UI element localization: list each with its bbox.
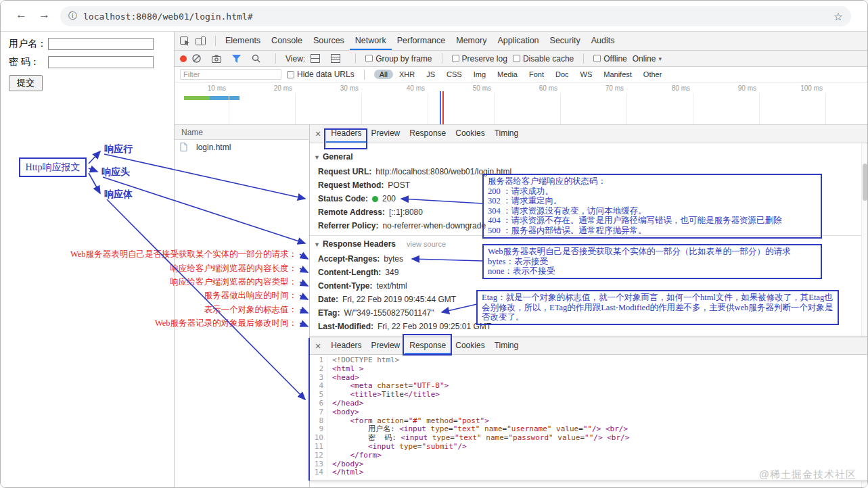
- forward-icon[interactable]: →: [39, 8, 50, 22]
- devtools-tab-network[interactable]: Network: [350, 32, 392, 50]
- checkbox-icon[interactable]: [287, 71, 294, 78]
- address-bar[interactable]: ⓘ localhost:8080/web01/login.html# ☆: [60, 6, 851, 26]
- network-detail-tab-response[interactable]: Response: [405, 125, 451, 143]
- chevron-down-icon: ▾: [658, 55, 662, 62]
- filter-type-font[interactable]: Font: [524, 70, 549, 79]
- filter-type-js[interactable]: JS: [421, 70, 440, 79]
- bookmark-star-icon[interactable]: ☆: [833, 10, 843, 23]
- record-network-log-button[interactable]: [180, 55, 187, 62]
- preserve-log-checkbox[interactable]: Preserve log: [452, 54, 507, 64]
- hide-data-urls-checkbox[interactable]: Hide data URLs: [287, 70, 355, 79]
- filter-type-ws[interactable]: WS: [575, 70, 598, 79]
- devtools-tab-sources[interactable]: Sources: [308, 32, 350, 50]
- url-text[interactable]: localhost:8080/web01/login.html#: [83, 11, 252, 22]
- devtools-tab-audits[interactable]: Audits: [586, 32, 620, 50]
- network-filter-bar: Hide data URLs AllXHRJSCSSImgMediaFontDo…: [175, 67, 867, 82]
- view-small-rows-icon[interactable]: [331, 54, 340, 63]
- request-row[interactable]: login.html: [175, 140, 309, 154]
- timeline-tick-label: 20 ms: [252, 84, 292, 92]
- devtools-tabbar: ElementsConsoleSourcesNetworkPerformance…: [175, 32, 867, 51]
- scrollbar-thumb[interactable]: [863, 164, 867, 201]
- filter-type-media[interactable]: Media: [492, 70, 523, 79]
- code-line: 2<html >: [310, 365, 867, 374]
- network-detail-tab-timing[interactable]: Timing: [490, 125, 524, 143]
- response-panel-tab-cookies[interactable]: Cookies: [451, 337, 489, 354]
- network-toolbar: View: Group by frame Preserve log Disabl…: [175, 51, 867, 67]
- name-column-header[interactable]: Name: [181, 128, 203, 137]
- request-name[interactable]: login.html: [196, 143, 231, 152]
- request-list-header[interactable]: Name: [175, 125, 309, 140]
- filter-type-css[interactable]: CSS: [441, 70, 467, 79]
- back-icon[interactable]: ←: [16, 8, 27, 22]
- response-panel-tab-headers[interactable]: Headers: [326, 337, 366, 354]
- timeline-gridline: [229, 93, 229, 124]
- general-section-header[interactable]: ▼General: [314, 149, 861, 165]
- close-icon[interactable]: ×: [310, 128, 326, 139]
- response-source-code: 1<!DOCTYPE html>2<html >3<head>4 <meta c…: [310, 355, 867, 481]
- filter-type-all[interactable]: All: [374, 70, 393, 79]
- line-number: 1: [310, 356, 327, 365]
- devtools-tab-performance[interactable]: Performance: [392, 32, 451, 50]
- close-icon[interactable]: ×: [310, 341, 326, 351]
- submit-button[interactable]: 提交: [9, 75, 43, 91]
- header-key: Last-Modified:: [318, 322, 373, 331]
- network-detail-tab-headers[interactable]: Headers: [326, 125, 366, 143]
- response-panel-tab-preview[interactable]: Preview: [367, 337, 405, 354]
- devtools-tab-elements[interactable]: Elements: [220, 32, 266, 50]
- view-source-link[interactable]: view source: [407, 240, 446, 248]
- network-overview-timeline[interactable]: 10 ms20 ms30 ms40 ms50 ms60 ms70 ms80 ms…: [175, 82, 867, 125]
- group-by-frame-checkbox[interactable]: Group by frame: [365, 54, 432, 64]
- annotation-red-note: 响应给客户端浏览器的内容类型：: [170, 277, 298, 287]
- annotation-red-note: 响应给客户端浏览器的内容长度：: [170, 264, 298, 274]
- annotation-status-codes-note: 服务器给客户端响应的状态码： 200 ：请求成功。 302 ：请求重定向。 30…: [482, 174, 822, 239]
- network-detail-tab-cookies[interactable]: Cookies: [451, 125, 489, 143]
- header-key: Remote Address:: [318, 208, 385, 217]
- hide-data-urls-label: Hide data URLs: [297, 70, 355, 79]
- header-value: W/"349-1550827501147": [344, 308, 434, 318]
- devtools-tab-security[interactable]: Security: [545, 32, 586, 50]
- response-panel-tab-timing[interactable]: Timing: [490, 337, 524, 354]
- screenshot-camera-icon[interactable]: [212, 55, 221, 63]
- offline-checkbox[interactable]: Offline: [593, 54, 626, 64]
- timeline-tick-label: 80 ms: [649, 84, 690, 92]
- waterfall-bar[interactable]: [184, 96, 210, 100]
- filter-type-other[interactable]: Other: [638, 70, 668, 79]
- clear-icon[interactable]: [192, 54, 201, 63]
- page-info-icon[interactable]: ⓘ: [68, 10, 77, 22]
- filter-input[interactable]: [180, 69, 281, 80]
- filter-type-doc[interactable]: Doc: [550, 70, 574, 79]
- filter-type-manifest[interactable]: Manifest: [598, 70, 637, 79]
- filter-type-xhr[interactable]: XHR: [394, 70, 420, 79]
- password-input[interactable]: [48, 56, 154, 68]
- devtools-tab-strip: ElementsConsoleSourcesNetworkPerformance…: [220, 32, 620, 50]
- devtools-tab-application[interactable]: Application: [492, 32, 544, 50]
- search-icon[interactable]: [252, 54, 260, 63]
- inspect-element-icon[interactable]: [180, 36, 190, 46]
- line-number: 6: [310, 399, 327, 408]
- devtools-tab-memory[interactable]: Memory: [451, 32, 492, 50]
- filter-funnel-icon[interactable]: [232, 55, 241, 63]
- page-content: 用户名： 密 码： 提交: [1, 32, 174, 487]
- line-number: 14: [310, 468, 327, 477]
- disable-cache-checkbox[interactable]: Disable cache: [513, 54, 574, 64]
- timeline-tick-label: 30 ms: [318, 84, 359, 92]
- response-panel-tab-response[interactable]: Response: [405, 337, 451, 354]
- devtools-tab-console[interactable]: Console: [266, 32, 308, 50]
- view-large-rows-icon[interactable]: [311, 54, 320, 63]
- annotation-accept-ranges-note: Web服务器表明自己是否接受获取某个实体的一部分（比如表单的一部分）的请求 by…: [482, 244, 822, 279]
- checkbox-icon[interactable]: [452, 55, 459, 62]
- header-key: Date:: [318, 295, 338, 304]
- throttling-dropdown[interactable]: Online ▾: [633, 54, 662, 64]
- checkbox-icon[interactable]: [593, 55, 601, 62]
- filter-type-img[interactable]: Img: [468, 70, 491, 79]
- username-input[interactable]: [48, 38, 154, 50]
- checkbox-icon[interactable]: [365, 55, 373, 62]
- waterfall-bar[interactable]: [210, 96, 239, 100]
- view-label: View:: [285, 54, 305, 64]
- header-value: POST: [388, 180, 410, 190]
- checkbox-icon[interactable]: [513, 55, 520, 62]
- annotation-etag-note: Etag：就是一个对象的标志值，就一个对象而言，如何一个html文件，如果被修改…: [476, 290, 839, 325]
- password-label: 密 码：: [9, 56, 48, 68]
- network-detail-tab-preview[interactable]: Preview: [367, 125, 405, 143]
- device-toolbar-icon[interactable]: [196, 36, 206, 45]
